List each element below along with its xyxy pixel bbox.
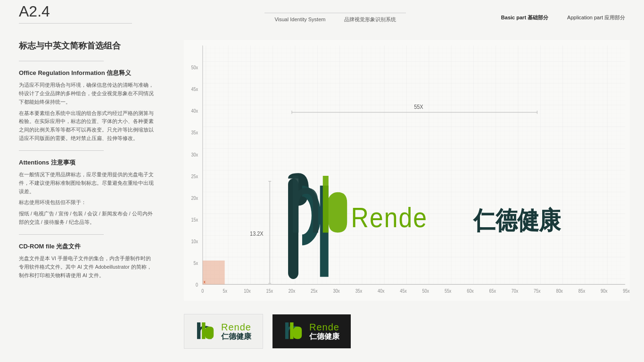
- nav-basic[interactable]: Basic part 基础部分: [501, 14, 548, 21]
- svg-text:85x: 85x: [578, 288, 586, 294]
- svg-text:65x: 65x: [489, 288, 496, 294]
- svg-text:95x: 95x: [623, 288, 630, 294]
- svg-text:55x: 55x: [445, 288, 452, 294]
- page-title: 标志与中英文简称首选组合: [19, 40, 156, 51]
- svg-text:50x: 50x: [422, 288, 429, 294]
- vi-label-en: Visual Identity System: [274, 16, 325, 22]
- nav-application[interactable]: Application part 应用部分: [567, 14, 625, 21]
- section-title-2: Attentions 注意事项: [19, 158, 156, 167]
- svg-text:40x: 40x: [191, 108, 198, 114]
- svg-text:25x: 25x: [311, 288, 318, 294]
- sidebar-divider-1: [19, 61, 104, 61]
- sidebar-divider-3: [19, 234, 104, 235]
- svg-text:75x: 75x: [534, 288, 541, 294]
- logo-rende-light: Rende: [221, 322, 251, 332]
- nav-area: Basic part 基础部分 Application part 应用部分: [501, 14, 625, 21]
- chart-svg: 0 5x 10x 15x 20x 25x 30x 35x 40x 45x 50x…: [184, 40, 630, 301]
- logo-light-variant: Rende 仁德健康: [184, 314, 263, 349]
- vi-label-cn: 品牌视觉形象识别系统: [344, 16, 396, 23]
- svg-rect-51: [203, 261, 225, 285]
- section-body-1-p1: 为适应不同使用场合与环境，确保信息传达的清晰与准确，特设计了企业品牌的多种组合，…: [19, 81, 156, 107]
- svg-text:35x: 35x: [191, 130, 198, 136]
- logo-text-light: Rende 仁德健康: [221, 322, 251, 341]
- page-code: A2.4: [19, 3, 170, 20]
- svg-text:40x: 40x: [378, 288, 385, 294]
- section-body-2-p1: 在一般情况下使用品牌标志，应尽量使用提供的光盘电子文件，不建议使用标准制图绘制标…: [19, 171, 156, 196]
- svg-text:20x: 20x: [289, 288, 296, 294]
- svg-text:80x: 80x: [556, 288, 563, 294]
- svg-text:20x: 20x: [191, 195, 198, 201]
- logo-dark-variant: Rende 仁德健康: [272, 314, 351, 348]
- logo-cn-light: 仁德健康: [221, 332, 251, 341]
- svg-text:仁德健康: 仁德健康: [473, 206, 562, 234]
- svg-text:55X: 55X: [414, 104, 423, 111]
- header-divider: [19, 23, 132, 24]
- section-title-3: CD-ROM file 光盘文件: [19, 242, 156, 251]
- section-body-3-p1: 光盘文件是本 VI 手册电子文件的集合，内含手册制作时的专用软件格式文件。其中 …: [19, 255, 156, 280]
- sidebar: 标志与中英文简称首选组合 Office Regulation Informati…: [0, 35, 174, 362]
- svg-text:15x: 15x: [191, 217, 198, 222]
- svg-text:30x: 30x: [191, 152, 198, 157]
- logo-icon-dark: [284, 321, 305, 342]
- sidebar-divider-2: [19, 150, 104, 151]
- section-body-2-p3: 报纸 / 电视广告 / 宣传 / 包装 / 会议 / 新闻发布会 / 公司内外部…: [19, 210, 156, 227]
- page-code-area: A2.4: [19, 3, 170, 33]
- section-body-2-p2: 标志使用环境包括但不限于：: [19, 198, 156, 207]
- svg-text:60x: 60x: [467, 288, 474, 294]
- svg-text:90x: 90x: [601, 288, 608, 294]
- svg-text:35x: 35x: [355, 288, 363, 294]
- header-center: Visual Identity System 品牌视觉形象识别系统: [170, 13, 501, 23]
- section-body-2: 在一般情况下使用品牌标志，应尽量使用提供的光盘电子文件，不建议使用标准制图绘制标…: [19, 171, 156, 227]
- section-body-3: 光盘文件是本 VI 手册电子文件的集合，内含手册制作时的专用软件格式文件。其中 …: [19, 255, 156, 280]
- svg-rect-9: [203, 46, 625, 285]
- svg-text:50x: 50x: [191, 65, 198, 71]
- svg-text:0: 0: [201, 288, 204, 294]
- svg-text:15x: 15x: [266, 288, 273, 294]
- svg-text:Rende: Rende: [351, 202, 428, 233]
- svg-text:70x: 70x: [512, 288, 519, 294]
- svg-text:45x: 45x: [191, 87, 198, 92]
- logo-cn-dark: 仁德健康: [309, 332, 339, 341]
- svg-text:30x: 30x: [333, 288, 340, 294]
- logo-text-dark: Rende 仁德健康: [309, 322, 339, 341]
- svg-text:0: 0: [196, 282, 198, 288]
- svg-text:10x: 10x: [244, 288, 251, 294]
- center-top-line: [264, 13, 406, 13]
- svg-text:13.2X: 13.2X: [250, 230, 264, 237]
- svg-text:45x: 45x: [400, 288, 407, 294]
- section-body-1-p2: 在基本要素组合系统中出现的组合形式均经过严格的测算与检验。在实际应用中，标志的位…: [19, 109, 156, 143]
- vi-labels: Visual Identity System 品牌视觉形象识别系统: [274, 16, 396, 23]
- main-content: 标志与中英文简称首选组合 Office Regulation Informati…: [0, 35, 644, 362]
- svg-text:5x: 5x: [223, 288, 227, 294]
- chart-area: 0 5x 10x 15x 20x 25x 30x 35x 40x 45x 50x…: [184, 40, 630, 301]
- section-title-1: Office Regulation Information 信息释义: [19, 69, 156, 77]
- svg-text:10x: 10x: [191, 239, 198, 244]
- svg-text:5x: 5x: [193, 260, 198, 266]
- main-area: 0 5x 10x 15x 20x 25x 30x 35x 40x 45x 50x…: [174, 35, 644, 362]
- logo-icon-light: [196, 321, 216, 342]
- section-body-1: 为适应不同使用场合与环境，确保信息传达的清晰与准确，特设计了企业品牌的多种组合，…: [19, 81, 156, 143]
- logo-showcase: Rende 仁德健康 Rende 仁德健康: [184, 310, 630, 353]
- svg-text:x: x: [204, 280, 206, 285]
- logo-rende-dark: Rende: [309, 322, 339, 332]
- svg-text:25x: 25x: [191, 173, 198, 179]
- top-bar: A2.4 Visual Identity System 品牌视觉形象识别系统 B…: [0, 0, 644, 35]
